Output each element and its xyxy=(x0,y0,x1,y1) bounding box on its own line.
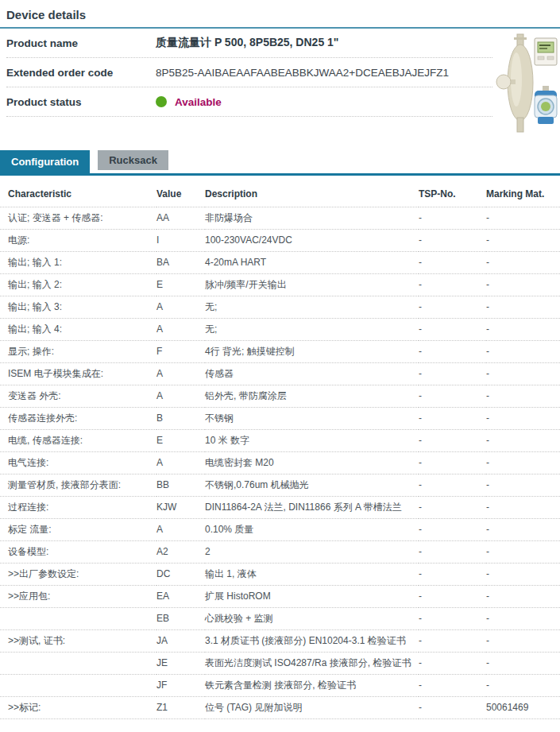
description-cell: 表面光洁度测试 ISO4287/Ra 接液部分, 检验证书 xyxy=(205,653,419,675)
table-row: >>测试, 证书: JA 3.1 材质证书 (接液部分) EN10204-3.1… xyxy=(0,630,560,653)
description-cell: 3.1 材质证书 (接液部分) EN10204-3.1 检验证书 xyxy=(205,630,419,653)
tsp-cell: - xyxy=(419,697,486,719)
tsp-cell: - xyxy=(419,608,486,630)
characteristic-cell: >>测试, 证书: xyxy=(0,630,156,653)
product-name-row: Product name 质量流量计 P 500, 8P5B25, DN25 1… xyxy=(6,29,492,58)
marking-cell: - xyxy=(486,630,560,653)
characteristic-cell: 标定 流量: xyxy=(0,519,156,541)
table-row: 显示; 操作: F 4行 背光; 触摸键控制 - - xyxy=(0,341,560,363)
marking-cell: 50061469 xyxy=(486,697,560,719)
marking-cell: - xyxy=(486,452,560,474)
tab-rucksack[interactable]: Rucksack xyxy=(98,150,168,170)
value-cell: E xyxy=(156,274,205,296)
tsp-cell: - xyxy=(419,675,486,697)
product-status-row: Product status Available xyxy=(6,87,492,117)
table-row: 电缆, 传感器连接: E 10 米 数字 - - xyxy=(0,430,560,452)
description-cell: 电缆密封套 M20 xyxy=(205,452,419,474)
characteristic-cell: >>标记: xyxy=(0,697,156,719)
marking-cell: - xyxy=(486,608,560,630)
flowmeter-illustration xyxy=(495,33,558,134)
description-cell: 0.10% 质量 xyxy=(205,519,419,541)
tsp-cell: - xyxy=(419,207,486,230)
configuration-table: Characteristic Value Description TSP-No.… xyxy=(0,176,560,719)
table-row: >>应用包: EA 扩展 HistoROM - - xyxy=(0,586,560,608)
tsp-cell: - xyxy=(419,408,486,430)
table-row: JE 表面光洁度测试 ISO4287/Ra 接液部分, 检验证书 - - xyxy=(0,653,560,675)
description-cell: 2 xyxy=(205,541,419,564)
description-cell: 不锈钢 xyxy=(205,408,419,430)
table-row: ISEM 电子模块集成在: A 传感器 - - xyxy=(0,363,560,385)
value-cell: A xyxy=(156,319,205,341)
value-cell: Z1 xyxy=(156,697,205,719)
tsp-cell: - xyxy=(419,385,486,408)
table-row: JF 铁元素含量检测 接液部分, 检验证书 - - xyxy=(0,675,560,697)
product-name-value: 质量流量计 P 500, 8P5B25, DN25 1" xyxy=(156,36,338,50)
value-cell: A xyxy=(156,385,205,408)
header-characteristic: Characteristic xyxy=(0,176,156,207)
characteristic-cell: 输出; 输入 3: xyxy=(0,296,156,319)
characteristic-cell: 认证; 变送器 + 传感器: xyxy=(0,207,156,230)
marking-cell: - xyxy=(486,207,560,230)
device-details-page: Device details Product name 质量流量计 P 500,… xyxy=(0,0,560,732)
table-row: 标定 流量: A 0.10% 质量 - - xyxy=(0,519,560,541)
description-cell: 位号 (TAG) 见附加说明 xyxy=(205,697,419,719)
description-cell: 脉冲/频率/开关输出 xyxy=(205,274,419,296)
table-header-row: Characteristic Value Description TSP-No.… xyxy=(0,176,560,207)
description-cell: DIN11864-2A 法兰, DIN11866 系列 A 带槽法兰 xyxy=(205,497,419,519)
description-cell: 无; xyxy=(205,319,419,341)
value-cell: EB xyxy=(156,608,205,630)
value-cell: JF xyxy=(156,675,205,697)
product-name-label: Product name xyxy=(6,37,156,49)
table-row: 设备模型: A2 2 - - xyxy=(0,541,560,564)
extended-order-code-label: Extended order code xyxy=(6,67,156,79)
characteristic-cell: ISEM 电子模块集成在: xyxy=(0,363,156,385)
value-cell: A xyxy=(156,296,205,319)
value-cell: F xyxy=(156,341,205,363)
tsp-cell: - xyxy=(419,430,486,452)
tsp-cell: - xyxy=(419,497,486,519)
description-cell: 4行 背光; 触摸键控制 xyxy=(205,341,419,363)
characteristic-cell: 测量管材质, 接液部分表面: xyxy=(0,474,156,497)
description-cell: 无; xyxy=(205,296,419,319)
characteristic-cell: 电缆, 传感器连接: xyxy=(0,430,156,452)
extended-order-code-value: 8P5B25-AAIBAEAAFAABEABBKJWAA2+DCEAEBJAJE… xyxy=(156,67,449,79)
tsp-cell: - xyxy=(419,296,486,319)
table-row: 电源: I 100-230VAC/24VDC - - xyxy=(0,230,560,252)
description-cell: 4-20mA HART xyxy=(205,252,419,274)
description-cell: 传感器 xyxy=(205,363,419,385)
tab-configuration[interactable]: Configuration xyxy=(0,150,90,173)
characteristic-cell: 变送器 外壳: xyxy=(0,385,156,408)
tsp-cell: - xyxy=(419,586,486,608)
description-cell: 不锈钢,0.76um 机械抛光 xyxy=(205,474,419,497)
characteristic-cell: 输出; 输入 4: xyxy=(0,319,156,341)
characteristic-cell xyxy=(0,608,156,630)
description-cell: 10 米 数字 xyxy=(205,430,419,452)
header-tsp-no: TSP-No. xyxy=(419,176,486,207)
marking-cell: - xyxy=(486,675,560,697)
marking-cell: - xyxy=(486,519,560,541)
marking-cell: - xyxy=(486,363,560,385)
marking-cell: - xyxy=(486,230,560,252)
value-cell: I xyxy=(156,230,205,252)
characteristic-cell: 电源: xyxy=(0,230,156,252)
marking-cell: - xyxy=(486,319,560,341)
value-cell: A2 xyxy=(156,541,205,564)
marking-cell: - xyxy=(486,252,560,274)
device-details-header: Device details xyxy=(0,0,560,29)
description-cell: 非防爆场合 xyxy=(205,207,419,230)
header-marking-mat: Marking Mat. xyxy=(486,176,560,207)
status-text: Available xyxy=(175,96,222,108)
description-cell: 输出 1, 液体 xyxy=(205,564,419,586)
table-row: 认证; 变送器 + 传感器: AA 非防爆场合 - - xyxy=(0,207,560,230)
marking-cell: - xyxy=(486,296,560,319)
characteristic-cell: 输出; 输入 1: xyxy=(0,252,156,274)
description-cell: 心跳校验 + 监测 xyxy=(205,608,419,630)
characteristic-cell xyxy=(0,653,156,675)
table-row: 输出; 输入 3: A 无; - - xyxy=(0,296,560,319)
tsp-cell: - xyxy=(419,653,486,675)
product-status-value: Available xyxy=(156,96,222,108)
tsp-cell: - xyxy=(419,541,486,564)
status-available-dot-icon xyxy=(156,96,167,107)
tsp-cell: - xyxy=(419,564,486,586)
description-cell: 铁元素含量检测 接液部分, 检验证书 xyxy=(205,675,419,697)
